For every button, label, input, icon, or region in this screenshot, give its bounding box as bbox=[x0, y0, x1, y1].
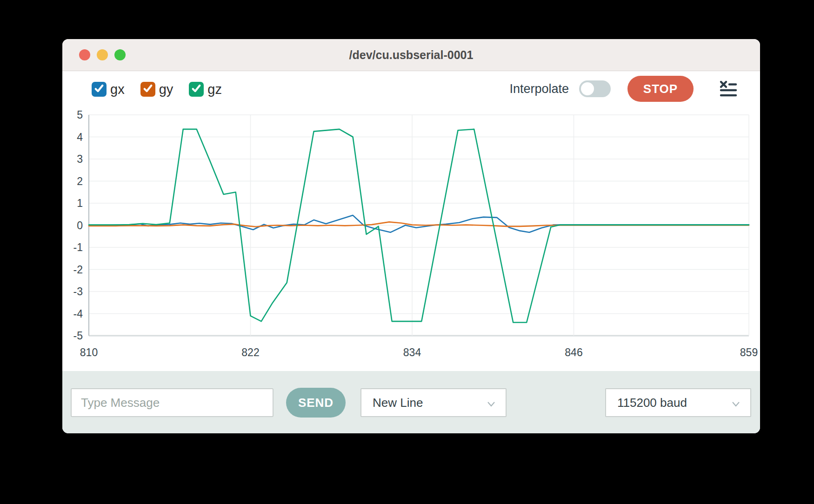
y-tick-label: -4 bbox=[73, 308, 83, 320]
y-tick-label: 0 bbox=[77, 219, 83, 232]
bottom-bar: SEND New Line 115200 baud bbox=[62, 371, 760, 433]
message-input[interactable] bbox=[71, 388, 274, 417]
line-ending-value: New Line bbox=[373, 396, 487, 410]
y-tick-label: 1 bbox=[77, 197, 83, 209]
y-tick-label: 2 bbox=[77, 175, 83, 187]
y-tick-label: -1 bbox=[73, 241, 83, 253]
series-gx bbox=[89, 215, 749, 232]
chevron-down-icon bbox=[732, 396, 740, 410]
baud-rate-value: 115200 baud bbox=[617, 396, 732, 410]
app-window: /dev/cu.usbserial-0001 gx gy bbox=[62, 39, 760, 433]
y-tick-label: -3 bbox=[73, 285, 83, 298]
y-tick-label: -2 bbox=[73, 264, 83, 276]
x-tick-label: 810 bbox=[80, 346, 98, 358]
x-tick-label: 834 bbox=[403, 346, 421, 358]
window-title: /dev/cu.usbserial-0001 bbox=[62, 39, 760, 71]
y-tick-label: 3 bbox=[77, 153, 83, 165]
y-tick-label: 5 bbox=[77, 109, 83, 121]
y-tick-label: -5 bbox=[73, 330, 83, 342]
plot-area: 543210-1-2-3-4-5810822834846859 bbox=[62, 71, 760, 371]
chevron-down-icon bbox=[487, 396, 495, 410]
title-bar: /dev/cu.usbserial-0001 bbox=[62, 39, 760, 71]
chart-canvas: 543210-1-2-3-4-5810822834846859 bbox=[62, 71, 760, 371]
y-tick-label: 4 bbox=[77, 131, 83, 143]
send-button[interactable]: SEND bbox=[286, 388, 346, 418]
line-ending-select[interactable]: New Line bbox=[360, 388, 507, 417]
x-tick-label: 859 bbox=[740, 346, 758, 358]
x-tick-label: 846 bbox=[565, 346, 582, 358]
x-tick-label: 822 bbox=[241, 346, 259, 358]
baud-rate-select[interactable]: 115200 baud bbox=[605, 388, 751, 417]
